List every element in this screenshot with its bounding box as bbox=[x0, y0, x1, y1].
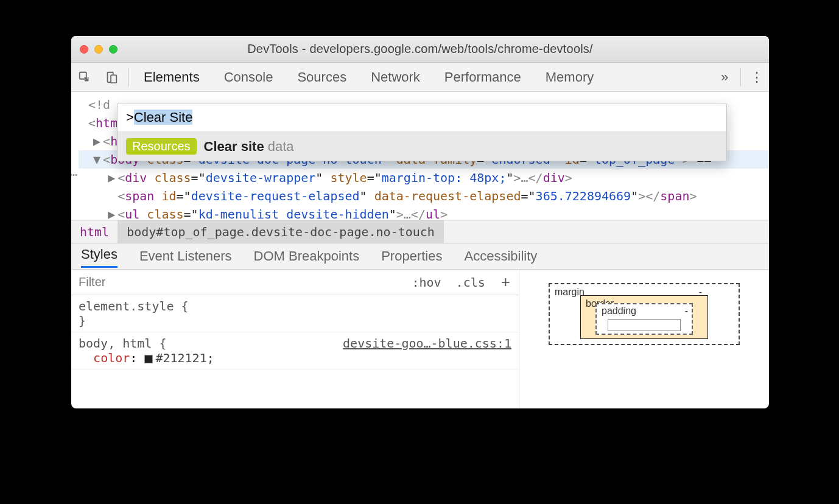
style-rule[interactable]: body, html {devsite-goo…-blue.css:1 colo… bbox=[71, 332, 519, 369]
svg-rect-2 bbox=[111, 75, 116, 83]
main-toolbar: ElementsConsoleSourcesNetworkPerformance… bbox=[71, 63, 769, 92]
tab-performance[interactable]: Performance bbox=[444, 69, 521, 85]
minimize-window-button[interactable] bbox=[94, 45, 103, 54]
box-model-content[interactable] bbox=[608, 319, 681, 331]
command-category-pill: Resources bbox=[126, 138, 197, 155]
command-menu-result[interactable]: Resources Clear site data bbox=[118, 132, 726, 161]
settings-kebab-icon[interactable]: ⋮ bbox=[745, 69, 769, 85]
traffic-lights bbox=[80, 45, 118, 54]
breadcrumb-bar: htmlbody#top_of_page.devsite-doc-page.no… bbox=[71, 220, 769, 243]
style-rules: element.style {}body, html {devsite-goo…… bbox=[71, 295, 519, 369]
titlebar: DevTools - developers.google.com/web/too… bbox=[71, 36, 769, 63]
command-label: Clear site data bbox=[204, 139, 294, 155]
padding-value: - bbox=[685, 306, 688, 317]
dom-node[interactable]: <span id="devsite-request-elapsed" data-… bbox=[79, 187, 769, 205]
dom-node[interactable]: ▶<div class="devsite-wrapper" style="mar… bbox=[79, 169, 769, 187]
stylesheet-link[interactable]: devsite-goo…-blue.css:1 bbox=[343, 336, 511, 351]
devtools-window: DevTools - developers.google.com/web/too… bbox=[71, 36, 769, 408]
box-model-border[interactable]: border - padding - bbox=[580, 295, 708, 339]
styles-subtabs: StylesEvent ListenersDOM BreakpointsProp… bbox=[71, 243, 769, 270]
padding-label: padding bbox=[602, 306, 636, 317]
box-model-padding[interactable]: padding - bbox=[595, 303, 693, 335]
toolbar-separator bbox=[740, 68, 741, 86]
styles-filter-input[interactable] bbox=[71, 275, 404, 289]
tab-memory[interactable]: Memory bbox=[546, 69, 594, 85]
command-menu-input[interactable]: >Clear Site bbox=[118, 103, 726, 132]
inspect-element-icon[interactable] bbox=[71, 63, 98, 92]
subtab-properties[interactable]: Properties bbox=[381, 248, 442, 264]
toolbar-separator bbox=[128, 68, 129, 86]
command-menu[interactable]: >Clear Site Resources Clear site data bbox=[117, 103, 727, 161]
subtab-accessibility[interactable]: Accessibility bbox=[464, 248, 537, 264]
breadcrumb-item[interactable]: html bbox=[71, 220, 118, 243]
close-window-button[interactable] bbox=[80, 45, 88, 54]
subtab-event-listeners[interactable]: Event Listeners bbox=[139, 248, 232, 264]
styles-pane: :hov .cls + element.style {}body, html {… bbox=[71, 270, 519, 408]
tab-network[interactable]: Network bbox=[371, 69, 420, 85]
window-title: DevTools - developers.google.com/web/too… bbox=[71, 42, 769, 56]
tab-sources[interactable]: Sources bbox=[297, 69, 346, 85]
styles-filter-row: :hov .cls + bbox=[71, 270, 519, 295]
command-query-text: Clear Site bbox=[134, 110, 193, 125]
dom-node[interactable]: ▶<ul class="kd-menulist devsite-hidden">… bbox=[79, 205, 769, 220]
command-prefix: > bbox=[126, 110, 134, 125]
box-model-pane: margin - border - padding - bbox=[519, 270, 769, 408]
styles-body: :hov .cls + element.style {}body, html {… bbox=[71, 270, 769, 408]
zoom-window-button[interactable] bbox=[109, 45, 118, 54]
breadcrumb-item[interactable]: body#top_of_page.devsite-doc-page.no-tou… bbox=[118, 220, 444, 243]
device-toolbar-icon[interactable] bbox=[98, 63, 125, 92]
overflow-tabs-button[interactable]: » bbox=[712, 69, 737, 85]
subtab-styles[interactable]: Styles bbox=[81, 247, 118, 268]
style-rule[interactable]: element.style {} bbox=[71, 295, 519, 332]
panel-tabs: ElementsConsoleSourcesNetworkPerformance… bbox=[133, 69, 712, 85]
collapsed-ellipsis-icon: … bbox=[71, 163, 77, 181]
box-model-margin[interactable]: margin - border - padding - bbox=[549, 283, 740, 345]
subtab-dom-breakpoints[interactable]: DOM Breakpoints bbox=[254, 248, 360, 264]
new-style-rule-button[interactable]: + bbox=[493, 273, 519, 292]
tab-console[interactable]: Console bbox=[224, 69, 273, 85]
toggle-hover-button[interactable]: :hov bbox=[404, 275, 448, 290]
toggle-classes-button[interactable]: .cls bbox=[449, 275, 493, 290]
tab-elements[interactable]: Elements bbox=[144, 69, 200, 85]
